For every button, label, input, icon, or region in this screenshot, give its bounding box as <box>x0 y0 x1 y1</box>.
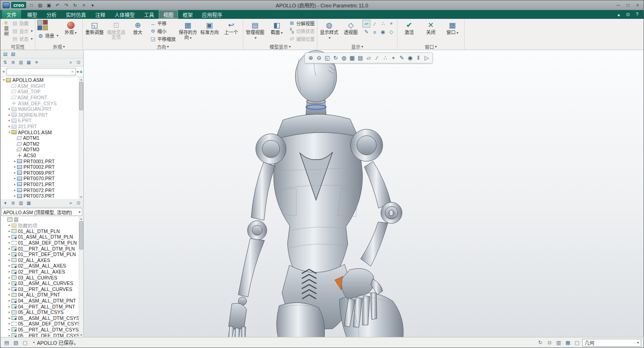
tree-overflow-button[interactable]: » <box>67 59 74 66</box>
add-filter-button[interactable]: + <box>80 69 82 74</box>
model-tree-item[interactable]: ADTM1 <box>0 135 83 141</box>
section-button[interactable]: ◧ 截面▾ <box>266 19 287 35</box>
layer-item[interactable]: ▸ 05__PRT_DEF_DTM_CSYS <box>0 332 83 337</box>
axis-display-button[interactable]: ∕ <box>373 54 381 62</box>
layer-item[interactable]: ▸ 隐藏的项 <box>0 222 83 228</box>
layer-tree-scrollbar[interactable]: ▲ ▼ <box>79 217 83 337</box>
tree-search-button[interactable]: ⊙ <box>75 59 82 66</box>
regenerate-manager-button[interactable]: ↻ <box>536 339 544 347</box>
expand-icon[interactable]: ▸ <box>7 281 12 285</box>
filter-dropdown-icon[interactable]: ▾ <box>77 70 79 74</box>
model-tree-item[interactable]: ▸ WAIGUAN.PRT <box>0 106 83 112</box>
tab-analysis[interactable]: 分析 <box>42 10 61 19</box>
clear-filter-icon[interactable]: × <box>70 69 75 74</box>
tab-applications[interactable]: 应用程序 <box>197 10 227 19</box>
explode-view-button[interactable]: ⊞ 分解视图 <box>288 19 316 27</box>
appearance-swatch[interactable] <box>37 20 42 25</box>
view-manager-button[interactable]: ▤ <box>356 54 364 62</box>
csys-display-button[interactable]: ⌖ <box>390 54 397 62</box>
tab-framework[interactable]: 框架 <box>178 10 197 19</box>
layer-columns-button[interactable]: ▥ <box>17 200 24 206</box>
model-tree-item[interactable]: ASM_RIGHT <box>0 83 83 89</box>
open-button[interactable]: ▧ <box>36 1 44 9</box>
fullscreen-toggle-button[interactable]: ▢ <box>21 339 29 347</box>
expand-icon[interactable]: ▸ <box>7 264 12 268</box>
layer-item[interactable]: ▸ 01__PRT_ALL_DTM_PLN <box>0 245 83 251</box>
plane-display-toggle[interactable]: ▱ <box>362 20 370 28</box>
expand-icon[interactable]: ▸ <box>13 194 17 198</box>
expand-icon[interactable]: ▸ <box>7 223 12 227</box>
model-tree-item[interactable]: ▸ PRT0070.PRT <box>0 176 83 182</box>
axis-display-toggle[interactable]: ∕ <box>371 20 379 28</box>
tree-list-button[interactable]: ≣ <box>10 59 17 66</box>
layer-show-button[interactable]: ▾ <box>2 200 9 206</box>
pan-button[interactable]: ↔ 平移 <box>149 19 177 27</box>
pause-button[interactable]: ‖ <box>414 54 422 62</box>
expand-icon[interactable]: ▾ <box>2 78 6 82</box>
tab-realtime-simulation[interactable]: 实时仿真 <box>61 10 91 19</box>
annotation-display-toggle[interactable]: ✎ <box>362 28 370 36</box>
pan-zoom-button[interactable]: ◲ 平移缩放 <box>149 35 177 43</box>
display-style-button[interactable]: ◍ <box>340 54 348 62</box>
layer-item[interactable]: ▸ 03_ALL_CURVES <box>0 274 83 280</box>
expand-icon[interactable]: ▸ <box>7 305 12 308</box>
scroll-thumb[interactable] <box>79 82 83 110</box>
tree-show-button[interactable]: ⇅ <box>2 59 9 66</box>
expand-icon[interactable]: ▸ <box>13 171 17 175</box>
expand-icon[interactable]: ▸ <box>7 270 12 274</box>
redo-button[interactable]: ↷ <box>63 1 70 9</box>
model-tree-item[interactable]: ▸ 6.PRT <box>0 118 83 124</box>
annotation-display-button[interactable]: ✎ <box>398 54 406 62</box>
navigator-toggle-button[interactable]: ▤ <box>3 339 11 347</box>
refit-button[interactable]: ◱ 重新调整 <box>84 19 105 35</box>
manage-views-button[interactable]: ▤ 管理视图▾ <box>245 19 265 40</box>
expand-icon[interactable]: ▸ <box>7 310 12 314</box>
expand-icon[interactable]: ▸ <box>7 252 12 256</box>
expand-icon[interactable]: ▸ <box>13 177 17 180</box>
spin-center-toggle[interactable]: ◉ <box>379 28 387 36</box>
scene-button[interactable]: ◍ 场景 ▾ <box>37 32 59 40</box>
layer-item[interactable]: ▸ 03__ASM_ALL_CURVES <box>0 280 83 286</box>
spin-center-button[interactable]: ◉ <box>406 54 414 62</box>
window-group-label[interactable]: 窗口▾ <box>399 44 463 50</box>
model-tree-item[interactable]: ▾ APOLLO1.ASM <box>0 129 83 135</box>
zoom-in-button[interactable]: ⊕ 放大 <box>127 19 148 35</box>
layer-item[interactable]: ▸ 05__PRT_ALL_DTM_CSYS <box>0 327 83 333</box>
layer-item[interactable]: ▸ 03__PRT_ALL_CURVES <box>0 286 83 292</box>
windows-button[interactable]: ▦ 窗口▾ <box>442 19 463 35</box>
tree-filter-input[interactable] <box>8 69 70 75</box>
layer-scope-combo[interactable]: APOLLO.ASM (顶层模型, 活动的) ▾ <box>1 208 82 216</box>
repaint-button[interactable]: ↻ <box>332 54 339 62</box>
graphics-area[interactable]: ⊕⊖◱↻◍▦▤▱∕∴⌖✎◉‖▷ <box>84 50 644 337</box>
selection-filter-combo[interactable]: 几何 ▾ <box>582 339 641 347</box>
expand-icon[interactable]: ▸ <box>7 334 12 337</box>
maximize-button[interactable]: □ <box>624 1 632 9</box>
appearance-group-label[interactable]: 外观▾ <box>37 44 81 50</box>
expand-icon[interactable]: ▸ <box>7 328 12 331</box>
silhouette-display-toggle[interactable]: ◇ <box>387 28 395 36</box>
expand-icon[interactable]: ▾ <box>7 131 12 134</box>
layer-list-button[interactable]: ≣ <box>10 200 17 206</box>
zoom-out-button[interactable]: ⊖ 缩小 <box>149 27 177 35</box>
save-button[interactable]: ▣ <box>45 1 52 9</box>
saved-orientations-button[interactable]: ▦ 保存的方向▾ <box>178 19 198 40</box>
layer-item[interactable]: ▸ 05__ASM_DEF_DTM_CSYS <box>0 321 83 327</box>
model-tree-item[interactable]: ▸ PRT0072.PRT <box>0 187 83 193</box>
layer-item[interactable]: ▸ 02_ALL_AXES <box>0 257 83 263</box>
show-button[interactable]: ▨ 显示 ▾ <box>11 27 34 35</box>
scroll-down-icon[interactable]: ▼ <box>80 333 83 337</box>
select-list-button[interactable]: ▥ <box>555 339 563 347</box>
tree-settings-button[interactable]: ✳ <box>33 59 40 66</box>
model-tree-item[interactable]: ADTM3 <box>0 147 83 153</box>
find-button[interactable]: ⊙ <box>546 339 553 347</box>
model-tree-item[interactable]: ASM_DEF_CSYS <box>0 100 83 106</box>
point-display-button[interactable]: ∴ <box>381 54 389 62</box>
show-group-label[interactable]: 显示▾ <box>319 44 396 50</box>
model-tree-item[interactable]: ▾ APOLLO.ASM <box>0 77 83 83</box>
expand-icon[interactable]: ▸ <box>7 235 12 239</box>
layer-item[interactable]: ▸ 01__PRT_DEF_DTM_PLN <box>0 251 83 257</box>
screen-button[interactable]: ▢ <box>573 339 581 347</box>
zoom-out-button[interactable]: ⊖ <box>315 54 323 62</box>
layer-item[interactable]: ▸ 05__ASM_ALL_DTM_CSYS <box>0 315 83 321</box>
expand-icon[interactable]: ▸ <box>7 229 12 233</box>
